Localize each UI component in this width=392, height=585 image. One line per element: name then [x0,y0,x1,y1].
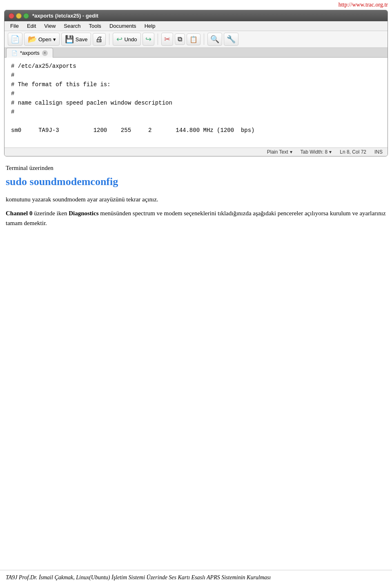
menu-bar: File Edit View Search Tools Documents He… [4,21,388,31]
toolbar: 📄 📂 Open ▾ 💾 Save 🖨 ↩ Undo ↪ ✂ [4,31,388,48]
undo-button[interactable]: ↩ Undo [113,33,140,46]
minimize-button[interactable] [16,13,22,19]
tools-icon: 🔧 [227,35,236,44]
paste-icon: 📋 [189,36,198,43]
menu-tools[interactable]: Tools [86,22,105,30]
save-label: Save [76,36,88,42]
open-dropdown-icon: ▾ [53,36,56,42]
tab-bar: 📄 *axports × [4,48,388,58]
copy-icon: ⧉ [178,36,182,43]
tab-width-dropdown-icon: ▾ [329,149,332,155]
cursor-position: Ln 8, Col 72 [340,149,366,155]
new-button[interactable]: 📄 [8,33,22,46]
cut-button[interactable]: ✂ [161,33,173,46]
search-icon: 🔍 [210,35,219,44]
toolbar-separator-2 [158,33,158,45]
gedit-window: *axports (/etc/ax25) - gedit File Edit V… [4,10,388,156]
open-button[interactable]: 📂 Open ▾ [24,33,60,46]
tab-width-selector[interactable]: Tab Width: 8 ▾ [301,149,332,155]
menu-edit[interactable]: Edit [24,22,39,30]
menu-file[interactable]: File [7,22,22,30]
search-button[interactable]: 🔍 [207,33,222,46]
insert-mode: INS [374,149,383,155]
paragraph-2-pretext: üzerinde iken [34,210,69,217]
menu-documents[interactable]: Documents [106,22,140,30]
window-title: *axports (/etc/ax25) - gedit [32,13,383,19]
channel-0-text: Channel 0 [6,210,32,217]
print-button[interactable]: 🖨 [93,33,106,46]
paragraph-1: komutunu yazarak soundmodem ayar arayüzü… [6,194,386,204]
cut-icon: ✂ [164,35,170,44]
menu-view[interactable]: View [41,22,59,30]
command-display: sudo soundmodemconfig [6,176,386,188]
redo-button[interactable]: ↪ [143,33,154,46]
new-icon: 📄 [11,35,20,44]
position-label: Ln 8, Col 72 [340,149,366,155]
section-label: Terminal üzerinden [6,165,386,172]
save-icon: 💾 [65,35,74,44]
language-label: Plain Text [267,149,288,155]
open-label: Open [38,36,51,42]
print-icon: 🖨 [96,35,103,44]
editor-area[interactable]: # /etc/ax25/axports # # The format of th… [4,58,388,147]
tab-width-label: Tab Width: 8 [301,149,328,155]
page-content: Terminal üzerinden sudo soundmodemconfig… [0,156,392,228]
title-bar: *axports (/etc/ax25) - gedit [4,10,388,21]
tab-close-button[interactable]: × [42,50,48,56]
tab-file-icon: 📄 [11,50,18,56]
copy-button[interactable]: ⧉ [175,33,185,45]
maximize-button[interactable] [23,13,29,19]
paste-button[interactable]: 📋 [187,33,200,45]
language-selector[interactable]: Plain Text ▾ [267,149,292,155]
status-bar: Plain Text ▾ Tab Width: 8 ▾ Ln 8, Col 72… [4,147,388,156]
menu-help[interactable]: Help [141,22,159,30]
undo-icon: ↩ [116,35,122,44]
toolbar-separator-1 [109,33,109,45]
toolbar-separator-3 [204,33,204,45]
mode-label: INS [374,149,383,155]
undo-label: Undo [124,36,137,42]
tab-close-icon: × [44,51,46,55]
open-icon: 📂 [28,35,37,44]
menu-search[interactable]: Search [60,22,84,30]
tools-button[interactable]: 🔧 [224,33,238,46]
window-buttons [9,13,29,19]
save-button[interactable]: 💾 Save [61,33,91,46]
language-dropdown-icon: ▾ [290,149,292,155]
tab-axports[interactable]: 📄 *axports × [6,48,53,58]
diagnostics-text: Diagnostics [69,210,98,217]
editor-content: # /etc/ax25/axports # # The format of th… [11,62,381,135]
tab-label: *axports [20,50,40,56]
redo-icon: ↪ [145,35,151,44]
paragraph-2: Channel 0 üzerinde iken Diagnostics menü… [6,208,386,228]
url-text: http://www.trac.org.tr [339,2,388,8]
url-bar: http://www.trac.org.tr [0,0,392,10]
close-button[interactable] [9,13,14,19]
